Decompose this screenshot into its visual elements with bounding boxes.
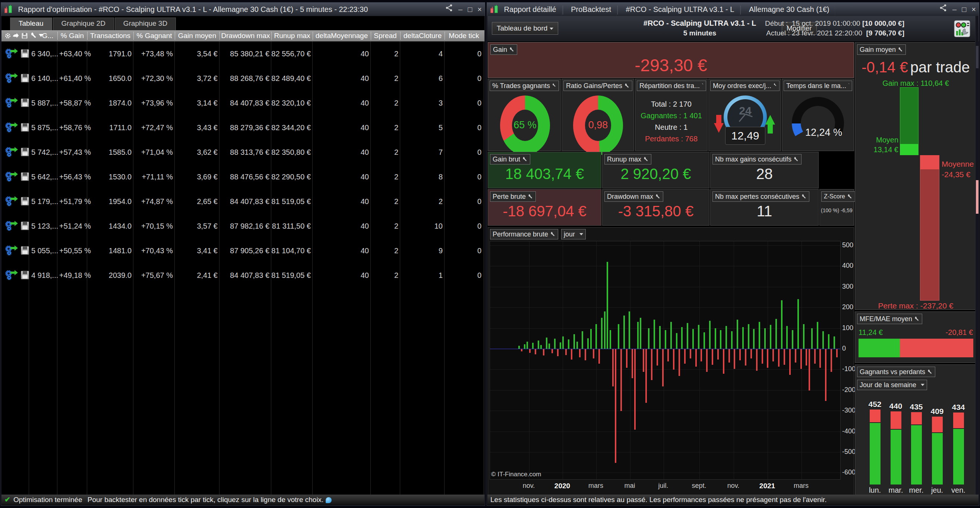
close-button[interactable]: ×	[971, 3, 976, 16]
column-header[interactable]: deltaCloture	[404, 30, 442, 42]
tab-tableau[interactable]: Tableau	[10, 18, 52, 30]
table-row[interactable]: 4 918,...+49,18 %2039.0+75,67 %2,41 €84 …	[2, 263, 484, 288]
minimize-button[interactable]: –	[953, 3, 956, 16]
table-row[interactable]: 5 179,...+51,79 %1954.0+74,87 %2,65 €84 …	[2, 189, 484, 214]
panel-chip[interactable]: Gain moyen	[857, 45, 906, 55]
column-header[interactable]: Mode tick	[449, 30, 479, 42]
y-tick-label: 0	[842, 345, 846, 353]
perf-bar-negative	[657, 349, 658, 366]
mfe-mae-panel: MFE/MAE moyen 11,24 € -20,81 €	[855, 312, 977, 363]
maximize-button[interactable]: □	[468, 3, 472, 16]
performance-plot-area[interactable]	[490, 241, 841, 480]
minimize-button[interactable]: –	[458, 3, 463, 16]
perf-bar-negative	[800, 349, 802, 369]
actuel-row: Actuel : 23 févr. 2021 22:20:00 [9 706,7…	[765, 29, 904, 37]
column-header[interactable]: G...	[42, 30, 54, 42]
table-row[interactable]: 6 140,...+61,40 %1650.0+72,30 %3,72 €88 …	[2, 66, 484, 91]
debut-row: Début : 15 oct. 2019 01:00:00 [10 000,00…	[765, 19, 904, 27]
tick-info-icon[interactable]	[326, 497, 332, 503]
cell-chip[interactable]: Nb max gains consécutifs	[713, 154, 802, 165]
column-header[interactable]: Gain moyen	[178, 30, 216, 42]
wrench-icon	[644, 157, 649, 162]
perf-bar-positive	[573, 334, 575, 349]
chart-settings-icon[interactable]	[953, 20, 971, 39]
cell-chip[interactable]: Gain brut	[490, 154, 530, 165]
table-row[interactable]: 5 742,...+57,43 %1585.0+71,04 %3,62 €88 …	[2, 140, 484, 165]
disclaimer-text: Les statistiques ci-dessus sont relative…	[490, 496, 826, 503]
column-header[interactable]: Spread	[374, 30, 396, 42]
time-in-market-gauge	[792, 97, 844, 149]
panel-chip[interactable]: Répartition des tra...	[637, 81, 706, 91]
cell-chip[interactable]: Nb max pertes consécutives	[713, 191, 809, 202]
cell-chip[interactable]: Drawdown max	[605, 191, 663, 202]
left-titlebar[interactable]: Rapport d'optimisation - #RCO - Scalping…	[1, 3, 485, 16]
tab-graphique-2d[interactable]: Graphique 2D	[53, 18, 114, 30]
column-header[interactable]: Transactions	[90, 30, 130, 42]
mfe-mae-bar	[859, 339, 973, 357]
panel-chip[interactable]: Ratio Gains/Pertes	[563, 81, 632, 91]
nb-pertes-consecutives-value: 11	[711, 203, 818, 220]
export-arrow-icon[interactable]	[12, 32, 19, 42]
wrench-icon[interactable]	[30, 32, 37, 41]
table-row[interactable]: 5 055,...+50,55 %1481.0+70,43 %3,41 €87 …	[2, 238, 484, 263]
perf-bar-positive	[637, 322, 639, 349]
panel-chip[interactable]: Moy ordres exec/j...	[710, 81, 780, 91]
header-separator	[220, 32, 220, 40]
y-tick-label: 300	[842, 283, 853, 291]
table-row[interactable]: 5 123,...+51,24 %1434.0+70,15 %3,57 €87 …	[2, 214, 484, 238]
table-row[interactable]: 6 340,...+63,40 %1791.0+73,48 %3,54 €85 …	[2, 42, 484, 66]
moy-ordres-value: 12,49	[725, 127, 765, 145]
perf-bar-negative	[634, 349, 636, 430]
panel-chip[interactable]: % Trades gagnants	[490, 81, 559, 91]
table-row[interactable]: 5 642,...+56,43 %1530.0+71,11 %3,69 €88 …	[2, 165, 484, 189]
column-header[interactable]: Drawdown max	[221, 30, 270, 42]
perf-bar-positive	[797, 299, 799, 349]
copyright-label: © IT-Finance.com	[491, 471, 541, 478]
gridline	[490, 411, 840, 411]
cell-chip[interactable]: Z-Score	[821, 191, 855, 202]
perf-bar-negative	[830, 349, 832, 372]
view-selector-dropdown[interactable]: Tableau de bord	[492, 22, 558, 35]
gain-brut-cell: Gain brut 18 403,74 €	[488, 152, 601, 189]
wrench-icon	[773, 83, 777, 88]
table-row[interactable]: 5 887,...+58,87 %1874.0+73,96 %3,14 €84 …	[2, 91, 484, 115]
perf-bar-negative	[579, 349, 581, 357]
settings-gear-icon[interactable]	[4, 32, 12, 42]
column-header[interactable]: Runup max	[274, 30, 310, 42]
moyenne-label: Moyenne-24,35 €	[942, 159, 974, 180]
perf-bar-positive	[759, 322, 760, 349]
perf-bar-negative	[745, 349, 746, 366]
cell-chip[interactable]: Perte brute	[490, 191, 536, 202]
perf-bar-positive	[725, 326, 727, 349]
save-icon[interactable]	[21, 32, 28, 42]
column-header[interactable]: deltaMoyennage	[316, 30, 368, 42]
perf-bar-positive	[764, 328, 766, 349]
vertical-scrollbar[interactable]	[975, 16, 978, 495]
period-selector-dropdown[interactable]: jour	[561, 229, 586, 240]
right-status-bar: Les statistiques ci-dessus sont relative…	[487, 495, 978, 505]
maximize-button[interactable]: □	[962, 3, 966, 16]
wrench-icon	[509, 47, 515, 52]
column-header[interactable]: % Gain	[61, 30, 84, 42]
table-header[interactable]: G...% GainTransactions% GagnantGain moye…	[2, 30, 484, 42]
table-row[interactable]: 5 875,...+58,76 %1711.0+72,47 %3,43 €88 …	[2, 115, 484, 140]
perf-bar-negative	[543, 349, 544, 355]
perf-bar-positive	[817, 322, 818, 349]
tab-graphique-3d[interactable]: Graphique 3D	[115, 18, 176, 30]
share-icon[interactable]	[445, 3, 453, 16]
weekday-bar-chart: 452lun.440mar.435mer.409jeu.434ven.	[855, 365, 977, 495]
cell-mode_tick: 0	[2, 91, 481, 115]
cell-chip[interactable]: Runup max	[605, 154, 651, 165]
performance-chip[interactable]: Performance brute	[490, 229, 558, 240]
perf-bar-negative	[645, 349, 647, 403]
share-icon[interactable]	[939, 3, 947, 16]
y-tick-label: -300	[842, 407, 856, 414]
panel-chip[interactable]: Temps dans le ma...	[784, 81, 852, 91]
perdants-segment	[953, 412, 964, 428]
close-button[interactable]: ×	[477, 3, 482, 16]
right-titlebar[interactable]: Rapport détaillé ProBacktest #RCO - Scal…	[487, 3, 979, 16]
panel-chip[interactable]: MFE/MAE moyen	[857, 314, 922, 324]
gain-panel-chip[interactable]: Gain	[490, 45, 517, 55]
weekday-bar-value: 409	[931, 407, 943, 416]
column-header[interactable]: % Gagnant	[136, 30, 172, 42]
